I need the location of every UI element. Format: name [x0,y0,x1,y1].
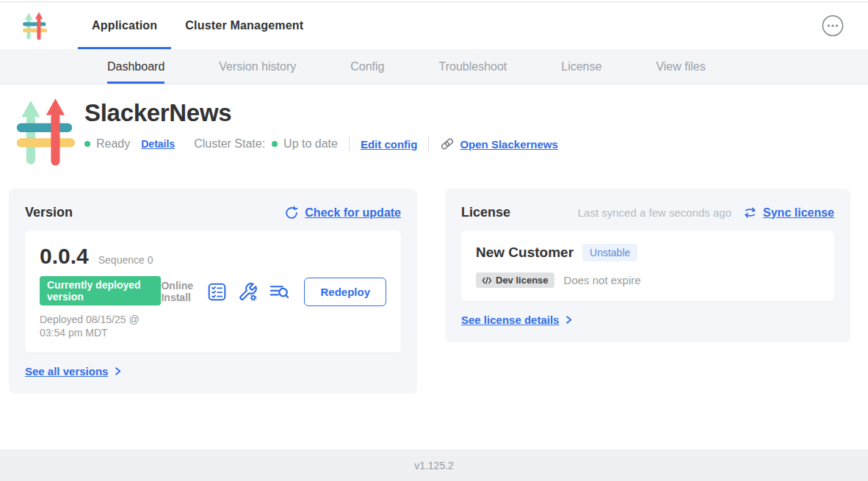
app-status-dot [84,141,90,147]
app-sub-nav: Dashboard Version history Config Trouble… [0,49,868,84]
subtab-troubleshoot[interactable]: Troubleshoot [438,49,507,84]
subtab-version-history[interactable]: Version history [219,49,296,84]
sync-license-link[interactable]: Sync license [743,206,834,220]
console-version-text: v1.125.2 [414,460,454,471]
last-synced-text: Last synced a few seconds ago [578,206,731,219]
check-for-update-label: Check for update [305,206,401,220]
deployed-badge: Currently deployed version [40,276,161,305]
chevron-right-icon [563,314,574,325]
tab-cluster-management[interactable]: Cluster Management [171,2,317,49]
subtab-config[interactable]: Config [350,49,384,84]
overflow-menu-button[interactable] [821,14,845,37]
subtab-version-history-label: Version history [219,60,296,73]
channel-badge: Unstable [582,244,637,261]
subtab-config-label: Config [350,60,384,73]
see-license-details-label: See license details [461,314,559,326]
see-all-versions-label: See all versions [25,365,108,377]
version-card: Version Check for update 0.0.4 Sequence … [9,189,417,394]
chevron-right-icon [112,366,123,377]
main-nav-tabs: Application Cluster Management [78,2,317,49]
redeploy-button[interactable]: Redeploy [304,278,386,306]
see-license-details-link[interactable]: See license details [461,314,574,326]
license-type-badge: Dev license [476,272,554,288]
page-title: SlackerNews [84,99,558,127]
divider [349,137,350,151]
subtab-view-files-label: View files [656,60,705,73]
sequence-label: Sequence 0 [98,254,153,266]
edit-config-link[interactable]: Edit config [361,138,418,151]
tab-cluster-management-label: Cluster Management [185,19,303,32]
link-chain-icon [440,137,455,151]
preflight-checks-button[interactable] [207,282,227,302]
open-app-link[interactable]: Open Slackernews [440,137,557,151]
preflight-checklist-icon [207,282,227,302]
license-card-title: License [461,205,510,220]
app-header: SlackerNews Ready Details Cluster State:… [0,84,868,167]
config-wrench-icon [238,282,258,302]
open-app-link-label: Open Slackernews [460,138,557,151]
cluster-state-label: Cluster State: [194,137,265,151]
version-number: 0.0.4 [40,244,89,269]
version-card-title: Version [25,205,73,220]
subtab-troubleshoot-label: Troubleshoot [438,60,507,73]
view-logs-icon [269,282,290,302]
active-subtab-underline [107,82,164,84]
subtab-dashboard-label: Dashboard [107,60,164,73]
install-type-label: Online Install [161,280,196,303]
check-for-update-link[interactable]: Check for update [284,206,401,220]
main-nav: Application Cluster Management [0,2,868,49]
deployed-timestamp: Deployed 08/15/25 @ 03:54 pm MDT [40,313,161,339]
license-panel: New Customer Unstable Dev license Does n… [461,231,834,301]
see-all-versions-link[interactable]: See all versions [25,365,123,377]
license-card: License Last synced a few seconds ago Sy… [445,189,850,342]
subtab-view-files[interactable]: View files [656,49,705,84]
license-expiry-text: Does not expire [564,274,641,286]
cluster-state-dot [272,141,278,147]
slackernews-logo-icon [15,96,75,167]
tab-application[interactable]: Application [78,2,171,49]
replicated-app-logo-icon[interactable] [22,11,47,40]
sync-arrows-icon [743,206,757,220]
tab-application-label: Application [92,19,157,32]
subtab-dashboard[interactable]: Dashboard [107,49,164,84]
status-details-link[interactable]: Details [141,138,175,150]
license-type-label: Dev license [496,275,549,286]
app-footer: v1.125.2 [0,449,868,481]
code-brackets-icon [482,276,492,285]
app-status-row: Ready Details Cluster State: Up to date … [84,137,558,151]
customer-name: New Customer [476,245,574,261]
subtab-license-label: License [561,60,601,73]
ellipsis-circle-icon [821,14,845,37]
edit-config-button[interactable] [238,282,258,302]
cluster-state-value: Up to date [283,137,338,151]
sync-license-label: Sync license [763,206,834,220]
view-logs-button[interactable] [269,282,290,302]
divider [428,137,429,151]
dashboard-cards: Version Check for update 0.0.4 Sequence … [9,189,850,394]
refresh-icon [284,206,299,220]
current-version-panel: 0.0.4 Sequence 0 Currently deployed vers… [25,231,401,352]
app-status-text: Ready [96,137,130,151]
subtab-license[interactable]: License [561,49,601,84]
